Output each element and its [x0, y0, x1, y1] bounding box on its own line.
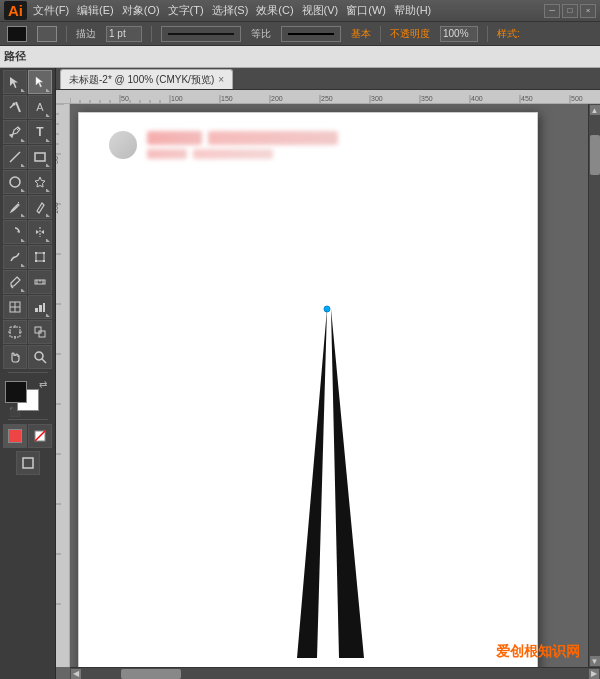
color-fill-button[interactable]	[3, 424, 27, 448]
svg-rect-6	[35, 153, 45, 161]
ruler-horizontal: 50 100 150 200 250 300 350 400 4	[56, 90, 600, 104]
svg-text:200: 200	[271, 95, 283, 102]
lasso-tool[interactable]: A	[28, 95, 52, 119]
canvas-tab[interactable]: 未标题-2* @ 100% (CMYK/预览) ×	[60, 69, 233, 89]
basic-line-box[interactable]	[278, 25, 344, 43]
rotate-tool[interactable]	[3, 220, 27, 244]
stroke-weight-input[interactable]	[103, 25, 145, 43]
warp-tool[interactable]	[3, 245, 27, 269]
tool-row-6	[0, 195, 55, 219]
vertical-scrollbar[interactable]: ▲ ▼	[588, 104, 600, 667]
svg-text:300: 300	[371, 95, 383, 102]
tool-row-8	[0, 245, 55, 269]
svg-text:100: 100	[56, 202, 59, 214]
svg-rect-12	[36, 253, 44, 261]
type-tool[interactable]: T	[28, 120, 52, 144]
path-label: 路径	[4, 49, 26, 64]
magic-wand-tool[interactable]	[3, 95, 27, 119]
zoom-tool[interactable]	[28, 345, 52, 369]
ellipse-tool[interactable]	[3, 170, 27, 194]
canvas-scroll-area[interactable]: 爱创根知识网	[70, 104, 588, 667]
eyedropper-tool[interactable]	[3, 270, 27, 294]
svg-text:150: 150	[221, 95, 233, 102]
bar-graph-tool[interactable]	[28, 295, 52, 319]
paintbrush-tool[interactable]	[3, 195, 27, 219]
tool-separator	[8, 372, 48, 373]
foreground-color[interactable]	[5, 381, 27, 403]
color-section: ⇄ ⬛	[9, 379, 47, 417]
artboard-tool[interactable]	[3, 320, 27, 344]
maximize-button[interactable]: □	[562, 4, 578, 18]
stroke-weight-field[interactable]	[106, 26, 142, 42]
tool-row-3: T	[0, 120, 55, 144]
rectangle-tool[interactable]	[28, 145, 52, 169]
minimize-button[interactable]: ─	[544, 4, 560, 18]
none-button[interactable]	[28, 424, 52, 448]
menu-effect[interactable]: 效果(C)	[256, 3, 293, 18]
menu-object[interactable]: 对象(O)	[122, 3, 160, 18]
scroll-left-button[interactable]: ◀	[71, 669, 81, 679]
menu-file[interactable]: 文件(F)	[33, 3, 69, 18]
ruler-vertical: 50 100	[56, 104, 70, 667]
svg-rect-16	[43, 260, 45, 262]
scroll-track-v	[590, 115, 600, 656]
ruler-v-svg: 50 100	[56, 104, 69, 667]
scroll-up-button[interactable]: ▲	[590, 105, 600, 115]
svg-rect-34	[39, 331, 45, 337]
star-tool[interactable]	[28, 170, 52, 194]
svg-rect-26	[39, 305, 42, 312]
svg-line-2	[16, 102, 20, 112]
free-transform-tool[interactable]	[28, 245, 52, 269]
measure-tool[interactable]	[28, 270, 52, 294]
stroke-color-box[interactable]	[4, 25, 30, 43]
tool-row-11	[0, 320, 55, 344]
opacity-label: 不透明度	[387, 26, 433, 42]
svg-rect-15	[35, 260, 37, 262]
shape-tool-box[interactable]	[34, 25, 60, 43]
scroll-right-button[interactable]: ▶	[589, 669, 599, 679]
main-area: A T	[0, 68, 600, 679]
scroll-thumb-h[interactable]	[121, 669, 181, 679]
direct-selection-tool[interactable]	[28, 70, 52, 94]
scroll-down-button[interactable]: ▼	[590, 656, 600, 666]
horizontal-scrollbar[interactable]: ◀ ▶	[70, 667, 600, 679]
canvas-area: 未标题-2* @ 100% (CMYK/预览) × 50 100 1	[56, 68, 600, 679]
pen-tool[interactable]	[3, 120, 27, 144]
slice-tool[interactable]	[3, 295, 27, 319]
menu-select[interactable]: 选择(S)	[212, 3, 249, 18]
toolbar-separator-4	[487, 26, 488, 42]
tool-row-7	[0, 220, 55, 244]
pencil-tool[interactable]	[28, 195, 52, 219]
svg-text:50: 50	[56, 156, 59, 164]
menu-text[interactable]: 文字(T)	[168, 3, 204, 18]
menu-window[interactable]: 窗口(W)	[346, 3, 386, 18]
normal-view-button[interactable]	[16, 451, 40, 475]
svg-text:400: 400	[471, 95, 483, 102]
reflect-tool[interactable]	[28, 220, 52, 244]
print-tiling-tool[interactable]	[28, 320, 52, 344]
line-tool[interactable]	[3, 145, 27, 169]
menu-help[interactable]: 帮助(H)	[394, 3, 431, 18]
svg-rect-70	[56, 104, 69, 667]
watermark: 爱创根知识网	[496, 643, 580, 661]
selection-tool[interactable]	[3, 70, 27, 94]
pen-drawing-svg	[79, 113, 537, 667]
canvas-tab-close[interactable]: ×	[218, 74, 224, 85]
opacity-field[interactable]	[440, 26, 478, 42]
svg-text:350: 350	[421, 95, 433, 102]
swap-colors-icon[interactable]: ⇄	[39, 379, 47, 390]
close-button[interactable]: ×	[580, 4, 596, 18]
menu-edit[interactable]: 编辑(E)	[77, 3, 114, 18]
right-stroke	[331, 309, 364, 658]
options-bar: 路径	[0, 46, 600, 68]
window-controls: ─ □ ×	[540, 4, 596, 18]
canvas-paper[interactable]	[78, 112, 538, 667]
hand-tool[interactable]	[3, 345, 27, 369]
scroll-thumb-v[interactable]	[590, 135, 600, 175]
menu-view[interactable]: 视图(V)	[302, 3, 339, 18]
left-stroke	[297, 309, 327, 658]
view-mode-row	[0, 451, 55, 475]
opacity-input[interactable]	[437, 25, 481, 43]
tool-row-2: A	[0, 95, 55, 119]
line-preset-box[interactable]	[158, 25, 244, 43]
